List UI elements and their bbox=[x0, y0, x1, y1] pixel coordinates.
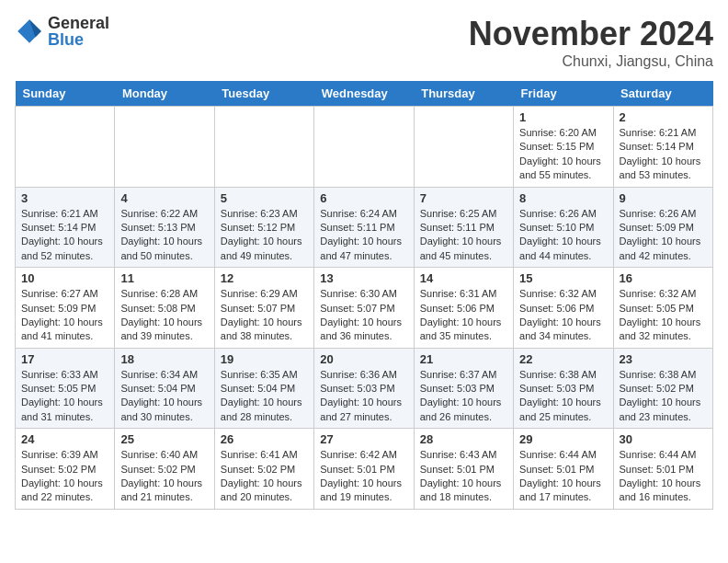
day-number: 4 bbox=[120, 191, 208, 205]
day-number: 12 bbox=[221, 271, 308, 285]
day-info: Sunrise: 6:43 AM Sunset: 5:01 PM Dayligh… bbox=[420, 448, 507, 505]
calendar-cell: 14Sunrise: 6:31 AM Sunset: 5:06 PM Dayli… bbox=[414, 268, 513, 349]
day-number: 2 bbox=[620, 110, 707, 124]
calendar-cell: 26Sunrise: 6:41 AM Sunset: 5:02 PM Dayli… bbox=[214, 429, 313, 510]
calendar-week-row: 1Sunrise: 6:20 AM Sunset: 5:15 PM Daylig… bbox=[16, 107, 713, 188]
day-info: Sunrise: 6:26 AM Sunset: 5:10 PM Dayligh… bbox=[519, 207, 607, 264]
day-number: 20 bbox=[320, 352, 407, 366]
calendar-week-row: 10Sunrise: 6:27 AM Sunset: 5:09 PM Dayli… bbox=[16, 268, 713, 349]
day-info: Sunrise: 6:30 AM Sunset: 5:07 PM Dayligh… bbox=[320, 287, 407, 344]
calendar-table: SundayMondayTuesdayWednesdayThursdayFrid… bbox=[15, 81, 713, 510]
day-number: 10 bbox=[21, 271, 108, 285]
calendar-cell: 15Sunrise: 6:32 AM Sunset: 5:06 PM Dayli… bbox=[514, 268, 613, 349]
calendar-cell: 29Sunrise: 6:44 AM Sunset: 5:01 PM Dayli… bbox=[514, 429, 613, 510]
weekday-header: Sunday bbox=[16, 81, 115, 107]
day-info: Sunrise: 6:33 AM Sunset: 5:05 PM Dayligh… bbox=[21, 368, 108, 425]
calendar-cell: 17Sunrise: 6:33 AM Sunset: 5:05 PM Dayli… bbox=[16, 348, 115, 429]
day-number: 25 bbox=[120, 432, 208, 446]
title-area: November 2024 Chunxi, Jiangsu, China bbox=[469, 15, 713, 70]
day-info: Sunrise: 6:39 AM Sunset: 5:02 PM Dayligh… bbox=[21, 448, 108, 505]
day-info: Sunrise: 6:32 AM Sunset: 5:05 PM Dayligh… bbox=[620, 287, 707, 344]
calendar-cell: 11Sunrise: 6:28 AM Sunset: 5:08 PM Dayli… bbox=[115, 268, 214, 349]
day-number: 29 bbox=[519, 432, 607, 446]
weekday-header: Wednesday bbox=[314, 81, 414, 107]
calendar-cell: 25Sunrise: 6:40 AM Sunset: 5:02 PM Dayli… bbox=[115, 429, 214, 510]
calendar-cell: 9Sunrise: 6:26 AM Sunset: 5:09 PM Daylig… bbox=[613, 187, 712, 268]
calendar-cell: 27Sunrise: 6:42 AM Sunset: 5:01 PM Dayli… bbox=[314, 429, 414, 510]
day-number: 17 bbox=[21, 352, 108, 366]
day-info: Sunrise: 6:23 AM Sunset: 5:12 PM Dayligh… bbox=[221, 207, 308, 264]
weekday-header: Saturday bbox=[613, 81, 712, 107]
day-info: Sunrise: 6:37 AM Sunset: 5:03 PM Dayligh… bbox=[420, 368, 507, 425]
day-info: Sunrise: 6:38 AM Sunset: 5:02 PM Dayligh… bbox=[620, 368, 707, 425]
day-number: 28 bbox=[420, 432, 507, 446]
calendar-cell: 1Sunrise: 6:20 AM Sunset: 5:15 PM Daylig… bbox=[514, 107, 613, 188]
day-number: 27 bbox=[320, 432, 407, 446]
day-info: Sunrise: 6:40 AM Sunset: 5:02 PM Dayligh… bbox=[120, 448, 208, 505]
logo-general: General bbox=[48, 15, 109, 31]
calendar-cell: 20Sunrise: 6:36 AM Sunset: 5:03 PM Dayli… bbox=[314, 348, 414, 429]
day-info: Sunrise: 6:32 AM Sunset: 5:06 PM Dayligh… bbox=[519, 287, 607, 344]
day-number: 22 bbox=[519, 352, 607, 366]
calendar-cell bbox=[115, 107, 214, 188]
day-number: 21 bbox=[420, 352, 507, 366]
logo-icon bbox=[15, 17, 44, 46]
calendar-cell: 22Sunrise: 6:38 AM Sunset: 5:03 PM Dayli… bbox=[514, 348, 613, 429]
calendar-cell: 2Sunrise: 6:21 AM Sunset: 5:14 PM Daylig… bbox=[613, 107, 712, 188]
day-number: 3 bbox=[21, 191, 108, 205]
day-number: 13 bbox=[320, 271, 407, 285]
day-info: Sunrise: 6:24 AM Sunset: 5:11 PM Dayligh… bbox=[320, 207, 407, 264]
calendar-cell: 16Sunrise: 6:32 AM Sunset: 5:05 PM Dayli… bbox=[613, 268, 712, 349]
day-number: 1 bbox=[519, 110, 607, 124]
day-info: Sunrise: 6:20 AM Sunset: 5:15 PM Dayligh… bbox=[519, 126, 607, 183]
day-number: 24 bbox=[21, 432, 108, 446]
calendar-week-row: 24Sunrise: 6:39 AM Sunset: 5:02 PM Dayli… bbox=[16, 429, 713, 510]
day-number: 14 bbox=[420, 271, 507, 285]
day-info: Sunrise: 6:38 AM Sunset: 5:03 PM Dayligh… bbox=[519, 368, 607, 425]
day-info: Sunrise: 6:44 AM Sunset: 5:01 PM Dayligh… bbox=[519, 448, 607, 505]
day-number: 18 bbox=[120, 352, 208, 366]
day-number: 9 bbox=[620, 191, 707, 205]
calendar-cell: 28Sunrise: 6:43 AM Sunset: 5:01 PM Dayli… bbox=[414, 429, 513, 510]
calendar-cell: 3Sunrise: 6:21 AM Sunset: 5:14 PM Daylig… bbox=[16, 187, 115, 268]
calendar-cell bbox=[214, 107, 313, 188]
calendar-cell: 4Sunrise: 6:22 AM Sunset: 5:13 PM Daylig… bbox=[115, 187, 214, 268]
day-number: 7 bbox=[420, 191, 507, 205]
day-info: Sunrise: 6:36 AM Sunset: 5:03 PM Dayligh… bbox=[320, 368, 407, 425]
day-number: 5 bbox=[221, 191, 308, 205]
calendar-cell: 30Sunrise: 6:44 AM Sunset: 5:01 PM Dayli… bbox=[613, 429, 712, 510]
calendar-cell: 23Sunrise: 6:38 AM Sunset: 5:02 PM Dayli… bbox=[613, 348, 712, 429]
calendar-cell: 24Sunrise: 6:39 AM Sunset: 5:02 PM Dayli… bbox=[16, 429, 115, 510]
day-info: Sunrise: 6:35 AM Sunset: 5:04 PM Dayligh… bbox=[221, 368, 308, 425]
location: Chunxi, Jiangsu, China bbox=[469, 53, 713, 70]
calendar-cell: 19Sunrise: 6:35 AM Sunset: 5:04 PM Dayli… bbox=[214, 348, 313, 429]
day-number: 19 bbox=[221, 352, 308, 366]
calendar-cell: 18Sunrise: 6:34 AM Sunset: 5:04 PM Dayli… bbox=[115, 348, 214, 429]
day-info: Sunrise: 6:31 AM Sunset: 5:06 PM Dayligh… bbox=[420, 287, 507, 344]
day-number: 8 bbox=[519, 191, 607, 205]
calendar-cell: 10Sunrise: 6:27 AM Sunset: 5:09 PM Dayli… bbox=[16, 268, 115, 349]
calendar-cell: 6Sunrise: 6:24 AM Sunset: 5:11 PM Daylig… bbox=[314, 187, 414, 268]
day-info: Sunrise: 6:26 AM Sunset: 5:09 PM Dayligh… bbox=[620, 207, 707, 264]
day-number: 30 bbox=[620, 432, 707, 446]
weekday-header: Tuesday bbox=[214, 81, 313, 107]
day-number: 16 bbox=[620, 271, 707, 285]
weekday-header-row: SundayMondayTuesdayWednesdayThursdayFrid… bbox=[16, 81, 713, 107]
day-info: Sunrise: 6:42 AM Sunset: 5:01 PM Dayligh… bbox=[320, 448, 407, 505]
weekday-header: Monday bbox=[115, 81, 214, 107]
day-number: 15 bbox=[519, 271, 607, 285]
calendar-cell bbox=[16, 107, 115, 188]
day-info: Sunrise: 6:22 AM Sunset: 5:13 PM Dayligh… bbox=[120, 207, 208, 264]
day-number: 11 bbox=[120, 271, 208, 285]
weekday-header: Friday bbox=[514, 81, 613, 107]
day-info: Sunrise: 6:21 AM Sunset: 5:14 PM Dayligh… bbox=[21, 207, 108, 264]
page-header: General Blue November 2024 Chunxi, Jiang… bbox=[15, 15, 713, 70]
calendar-week-row: 3Sunrise: 6:21 AM Sunset: 5:14 PM Daylig… bbox=[16, 187, 713, 268]
day-info: Sunrise: 6:28 AM Sunset: 5:08 PM Dayligh… bbox=[120, 287, 208, 344]
calendar-cell bbox=[414, 107, 513, 188]
day-number: 23 bbox=[620, 352, 707, 366]
calendar-cell bbox=[314, 107, 414, 188]
logo: General Blue bbox=[15, 15, 109, 48]
day-number: 26 bbox=[221, 432, 308, 446]
calendar-week-row: 17Sunrise: 6:33 AM Sunset: 5:05 PM Dayli… bbox=[16, 348, 713, 429]
